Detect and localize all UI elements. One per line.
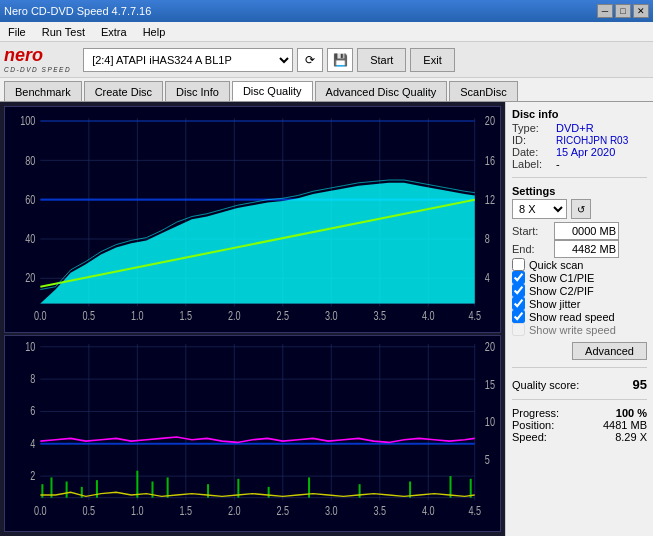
speed-select[interactable]: 8 X bbox=[512, 199, 567, 219]
svg-text:1.0: 1.0 bbox=[131, 504, 144, 518]
position-value: 4481 MB bbox=[603, 419, 647, 431]
advanced-button[interactable]: Advanced bbox=[572, 342, 647, 360]
progress-value: 100 % bbox=[616, 407, 647, 419]
svg-text:20: 20 bbox=[25, 271, 35, 285]
show-read-speed-checkbox[interactable] bbox=[512, 310, 525, 323]
show-jitter-checkbox[interactable] bbox=[512, 297, 525, 310]
svg-text:0.5: 0.5 bbox=[83, 504, 96, 518]
svg-rect-67 bbox=[268, 487, 270, 498]
quick-scan-checkbox[interactable] bbox=[512, 258, 525, 271]
tab-disc-quality[interactable]: Disc Quality bbox=[232, 81, 313, 101]
show-c1pie-label: Show C1/PIE bbox=[529, 272, 594, 284]
svg-text:8: 8 bbox=[485, 232, 490, 246]
id-key: ID: bbox=[512, 134, 552, 146]
svg-text:40: 40 bbox=[25, 232, 35, 246]
label-key: Label: bbox=[512, 158, 552, 170]
end-row: End: bbox=[512, 240, 647, 258]
show-c1pie-checkbox[interactable] bbox=[512, 271, 525, 284]
svg-rect-64 bbox=[167, 477, 169, 497]
svg-text:0.0: 0.0 bbox=[34, 504, 47, 518]
divider-1 bbox=[512, 177, 647, 178]
disc-info-section: Disc info Type: DVD+R ID: RICOHJPN R03 D… bbox=[512, 108, 647, 170]
refresh-icon-button[interactable]: ⟳ bbox=[297, 48, 323, 72]
svg-text:4.0: 4.0 bbox=[422, 504, 435, 518]
quality-score-row: Quality score: 95 bbox=[512, 377, 647, 392]
drive-select[interactable]: [2:4] ATAPI iHAS324 A BL1P bbox=[83, 48, 293, 72]
divider-2 bbox=[512, 367, 647, 368]
settings-refresh-button[interactable]: ↺ bbox=[571, 199, 591, 219]
toolbar: nero CD-DVD SPEED [2:4] ATAPI iHAS324 A … bbox=[0, 42, 653, 78]
titlebar-controls: ─ □ ✕ bbox=[597, 4, 649, 18]
show-c2pif-label: Show C2/PIF bbox=[529, 285, 594, 297]
titlebar: Nero CD-DVD Speed 4.7.7.16 ─ □ ✕ bbox=[0, 0, 653, 22]
svg-text:0.5: 0.5 bbox=[83, 309, 96, 323]
tab-benchmark[interactable]: Benchmark bbox=[4, 81, 82, 101]
start-input[interactable] bbox=[554, 222, 619, 240]
svg-text:3.5: 3.5 bbox=[373, 309, 386, 323]
tab-create-disc[interactable]: Create Disc bbox=[84, 81, 163, 101]
tab-scan-disc[interactable]: ScanDisc bbox=[449, 81, 517, 101]
menu-run-test[interactable]: Run Test bbox=[34, 24, 93, 40]
svg-rect-62 bbox=[136, 470, 138, 497]
svg-rect-57 bbox=[41, 484, 43, 497]
chart-bottom: 10 8 6 4 2 20 15 10 5 0.0 0.5 1.0 1.5 2.… bbox=[4, 335, 501, 532]
menu-file[interactable]: File bbox=[0, 24, 34, 40]
chart-top: 100 80 60 40 20 20 16 12 8 4 0.0 0.5 1.0… bbox=[4, 106, 501, 333]
minimize-button[interactable]: ─ bbox=[597, 4, 613, 18]
svg-text:4.5: 4.5 bbox=[468, 504, 481, 518]
svg-text:60: 60 bbox=[25, 192, 35, 206]
svg-text:5: 5 bbox=[485, 452, 490, 466]
start-button[interactable]: Start bbox=[357, 48, 406, 72]
svg-text:2: 2 bbox=[30, 468, 35, 482]
svg-text:4.0: 4.0 bbox=[422, 309, 435, 323]
tab-advanced-disc-quality[interactable]: Advanced Disc Quality bbox=[315, 81, 448, 101]
svg-text:2.5: 2.5 bbox=[276, 504, 289, 518]
menu-extra[interactable]: Extra bbox=[93, 24, 135, 40]
save-icon-button[interactable]: 💾 bbox=[327, 48, 353, 72]
show-c2pif-checkbox[interactable] bbox=[512, 284, 525, 297]
svg-text:2.0: 2.0 bbox=[228, 504, 241, 518]
svg-text:1.5: 1.5 bbox=[180, 309, 193, 323]
close-button[interactable]: ✕ bbox=[633, 4, 649, 18]
show-jitter-row: Show jitter bbox=[512, 297, 647, 310]
svg-text:8: 8 bbox=[30, 371, 35, 385]
show-write-speed-label: Show write speed bbox=[529, 324, 616, 336]
disc-info-label: Disc info bbox=[512, 108, 647, 120]
svg-text:16: 16 bbox=[485, 153, 495, 167]
svg-text:100: 100 bbox=[20, 114, 35, 128]
svg-text:10: 10 bbox=[25, 339, 35, 353]
date-val: 15 Apr 2020 bbox=[556, 146, 615, 158]
id-val: RICOHJPN R03 bbox=[556, 135, 628, 146]
svg-text:3.0: 3.0 bbox=[325, 504, 338, 518]
tab-disc-info[interactable]: Disc Info bbox=[165, 81, 230, 101]
svg-text:4.5: 4.5 bbox=[468, 309, 481, 323]
progress-section: Progress: 100 % Position: 4481 MB Speed:… bbox=[512, 407, 647, 443]
svg-text:20: 20 bbox=[485, 339, 495, 353]
main-content: 100 80 60 40 20 20 16 12 8 4 0.0 0.5 1.0… bbox=[0, 102, 653, 536]
progress-label: Progress: bbox=[512, 407, 559, 419]
exit-button[interactable]: Exit bbox=[410, 48, 454, 72]
chart-top-svg: 100 80 60 40 20 20 16 12 8 4 0.0 0.5 1.0… bbox=[5, 107, 500, 332]
position-row: Position: 4481 MB bbox=[512, 419, 647, 431]
svg-text:1.5: 1.5 bbox=[180, 504, 193, 518]
label-row: Label: - bbox=[512, 158, 647, 170]
svg-text:0.0: 0.0 bbox=[34, 309, 47, 323]
end-input[interactable] bbox=[554, 240, 619, 258]
svg-text:1.0: 1.0 bbox=[131, 309, 144, 323]
show-read-speed-row: Show read speed bbox=[512, 310, 647, 323]
svg-text:3.0: 3.0 bbox=[325, 309, 338, 323]
maximize-button[interactable]: □ bbox=[615, 4, 631, 18]
menu-help[interactable]: Help bbox=[135, 24, 174, 40]
titlebar-title: Nero CD-DVD Speed 4.7.7.16 bbox=[4, 5, 151, 17]
quick-scan-row: Quick scan bbox=[512, 258, 647, 271]
speed-value: 8.29 X bbox=[615, 431, 647, 443]
show-write-speed-checkbox[interactable] bbox=[512, 323, 525, 336]
type-val: DVD+R bbox=[556, 122, 594, 134]
show-write-speed-row: Show write speed bbox=[512, 323, 647, 336]
svg-rect-59 bbox=[66, 481, 68, 497]
svg-text:2.0: 2.0 bbox=[228, 309, 241, 323]
quality-score-label: Quality score: bbox=[512, 379, 579, 391]
show-jitter-label: Show jitter bbox=[529, 298, 580, 310]
svg-rect-69 bbox=[359, 484, 361, 497]
speed-row: Speed: 8.29 X bbox=[512, 431, 647, 443]
